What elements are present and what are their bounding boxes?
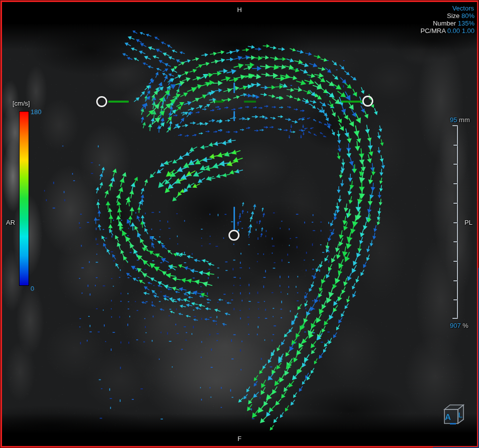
orientation-label-pl: PL xyxy=(464,219,472,226)
crosshair-green-line-segment[interactable] xyxy=(244,101,256,103)
cube-letter-left: L xyxy=(458,411,463,419)
ruler-tick xyxy=(453,203,457,204)
ruler-zoom-label: 907 % xyxy=(450,322,468,329)
crosshair-blue-line-segment[interactable] xyxy=(233,83,235,93)
right-plane-handle[interactable] xyxy=(362,96,373,107)
left-plane-handle[interactable] xyxy=(96,96,107,107)
ruler-tick xyxy=(453,280,457,281)
orientation-label-head: H xyxy=(0,6,479,14)
orientation-cube[interactable]: A L xyxy=(440,401,468,429)
crosshair-green-line-segment[interactable] xyxy=(215,101,223,103)
ruler-length-unit: mm xyxy=(459,116,470,124)
ruler-zoom-unit: % xyxy=(462,322,468,329)
colorbar-min-value: 0 xyxy=(31,285,34,292)
ruler-tick xyxy=(453,164,457,165)
vector-number-row[interactable]: Number 135% xyxy=(420,20,474,27)
colorbar-unit-label: [cm/s] xyxy=(13,100,30,107)
ruler-end-bracket xyxy=(452,125,457,126)
ruler-end-bracket xyxy=(452,318,457,319)
ruler-tick xyxy=(453,145,457,146)
crosshair-blue-line-segment[interactable] xyxy=(233,111,235,121)
ruler-tick xyxy=(453,299,457,300)
vectors-panel-title[interactable]: Vectors xyxy=(452,5,474,12)
pcmra-label: PC/MRA xyxy=(420,27,445,35)
pcmra-value[interactable]: 0.00 1.00 xyxy=(447,27,474,35)
velocity-colorbar[interactable] xyxy=(20,112,29,285)
cube-letter-anterior: A xyxy=(445,412,451,422)
center-plane-handle[interactable] xyxy=(228,230,240,241)
ruler-zoom-value: 907 xyxy=(450,322,461,329)
crosshair-green-line-segment[interactable] xyxy=(108,101,129,103)
vector-number-value[interactable]: 135% xyxy=(458,20,474,27)
vector-size-label: Size xyxy=(447,12,459,20)
vector-number-label: Number xyxy=(433,20,456,27)
colorbar-max-value: 180 xyxy=(31,108,42,116)
cube-base-accent xyxy=(450,423,456,424)
vector-size-value[interactable]: 80% xyxy=(461,12,474,20)
mri-flow-canvas[interactable] xyxy=(0,0,479,448)
crosshair-blue-line-segment[interactable] xyxy=(233,207,235,230)
mri-viewport[interactable]: H F AR PL Vectors Size 80% Number 135% P… xyxy=(0,0,479,448)
orientation-label-foot: F xyxy=(0,435,479,442)
ruler-tick xyxy=(453,183,457,184)
ruler-tick xyxy=(453,241,457,242)
orientation-label-ar: AR xyxy=(6,219,15,226)
ruler-length-label: 95 mm xyxy=(450,116,470,124)
ruler-tick xyxy=(453,222,457,223)
vector-size-row[interactable]: Size 80% xyxy=(420,12,474,20)
ruler-tick xyxy=(453,261,457,262)
crosshair-green-line-segment[interactable] xyxy=(341,101,363,103)
vector-settings-panel: Vectors Size 80% Number 135% PC/MRA 0.00… xyxy=(420,5,474,35)
ruler-length-value: 95 xyxy=(450,116,457,124)
pcmra-row[interactable]: PC/MRA 0.00 1.00 xyxy=(420,27,474,35)
